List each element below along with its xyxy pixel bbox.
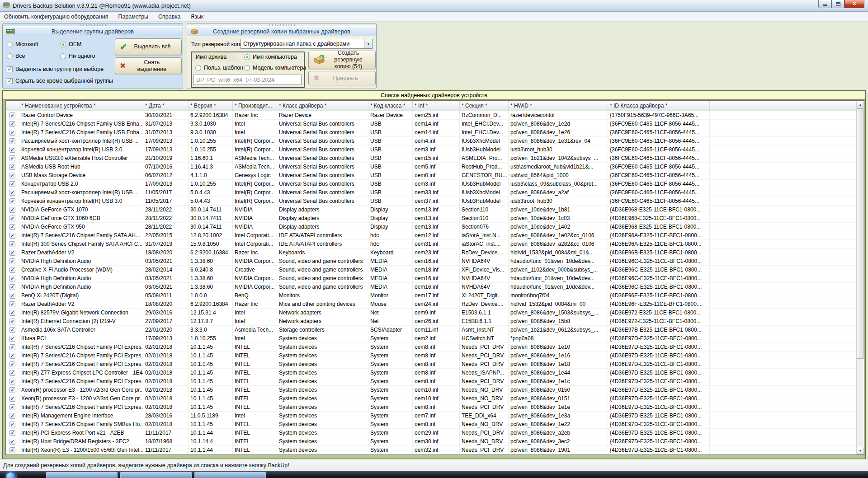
backup-type-select[interactable]: Структурированная папка с драйверами ▼ (241, 39, 373, 49)
row-checkbox[interactable]: ✓ (9, 181, 15, 187)
row-checkbox[interactable]: ✓ (9, 130, 15, 136)
radio-user-template[interactable]: Польз. шаблон (195, 65, 243, 71)
table-row[interactable]: ✓Razer Control Device30/03/20216.2.9200.… (6, 111, 856, 120)
checkbox-hide-others[interactable]: Скрыть все кроме выбранной группы (7, 78, 113, 84)
table-row[interactable]: ✓NVIDIA GeForce GTX 1060 6GB28/11/202230… (6, 214, 856, 223)
menu-item[interactable]: Параметры (118, 14, 148, 20)
header-checkbox-column[interactable] (6, 101, 19, 111)
row-checkbox[interactable]: ✓ (9, 387, 15, 393)
minimize-button[interactable] (818, 0, 831, 8)
row-checkbox[interactable]: ✓ (9, 293, 15, 299)
row-checkbox[interactable]: ✓ (9, 138, 15, 144)
scroll-up-icon[interactable]: ▲ (857, 101, 864, 108)
radio-oem[interactable]: OEM (60, 41, 81, 47)
row-checkbox[interactable]: ✓ (9, 147, 15, 153)
table-row[interactable]: ✓Концентратор USB 2.017/09/20131.0.10.25… (6, 180, 856, 188)
menu-item[interactable]: Язык (190, 14, 203, 20)
row-checkbox[interactable]: ✓ (9, 164, 15, 170)
row-checkbox[interactable]: ✓ (9, 447, 15, 453)
row-checkbox[interactable]: ✓ (9, 267, 15, 273)
row-checkbox[interactable]: ✓ (9, 301, 15, 307)
radio-none[interactable]: Ни одного (60, 53, 95, 59)
table-row[interactable]: ✓Расширяемый хост-контроллер Intel(R) US… (6, 137, 856, 145)
table-row[interactable]: ✓Intel(R) 7 Series/C216 Chipset Family S… (6, 231, 856, 240)
column-header-section[interactable]: * Секция * (460, 101, 509, 111)
row-checkbox[interactable]: ✓ (9, 241, 15, 247)
select-all-button[interactable]: ✔ Выделить всё (115, 38, 182, 55)
table-row[interactable]: ✓Intel(R) 7 Series/C216 Chipset Family U… (6, 128, 856, 137)
table-row[interactable]: ✓Creative X-Fi Audio Processor (WDM)28/0… (6, 266, 856, 274)
table-row[interactable]: ✓Intel(R) 7 Series/C216 Chipset Family P… (6, 351, 856, 360)
maximize-button[interactable] (831, 0, 844, 8)
taskbar-window-button[interactable] (194, 472, 266, 478)
table-row[interactable]: ✓Intel(R) 7 Series/C216 Chipset Family P… (6, 360, 856, 369)
row-checkbox[interactable]: ✓ (9, 422, 15, 427)
column-header-class-code[interactable]: * Код класса * (368, 101, 413, 111)
table-row[interactable]: ✓NVIDIA GeForce GTX 107028/11/202230.0.1… (6, 206, 856, 214)
column-header-class-id[interactable]: * ID Класса драйвера * (608, 101, 710, 111)
column-header-device-name[interactable]: * Наименование устройства * (19, 101, 143, 111)
table-row[interactable]: ✓Intel(R) PCI Express Root Port #21 - A2… (6, 429, 856, 437)
table-row[interactable]: ✓NVIDIA High Definition Audio03/05/20211… (6, 274, 856, 283)
table-row[interactable]: ✓Расширяемый хост-контроллер Intel(R) US… (6, 188, 856, 197)
table-row[interactable]: ✓NVIDIA High Definition Audio03/05/20211… (6, 283, 856, 291)
row-checkbox[interactable]: ✓ (9, 190, 15, 196)
column-header-date[interactable]: * Дата * (143, 101, 189, 111)
titlebar[interactable]: Drivers Backup Solution v.3.9.21 @Romeo9… (0, 0, 868, 12)
radio-all[interactable]: Все (7, 53, 25, 59)
table-row[interactable]: ✓Intel(R) Ethernet Connection (2) I219-V… (6, 317, 856, 326)
row-checkbox[interactable]: ✓ (9, 233, 15, 239)
row-checkbox[interactable]: ✓ (9, 258, 15, 264)
panel-grip[interactable] (80, 24, 106, 26)
table-row[interactable]: ✓Корневой концентратор Intel(R) USB 3.01… (6, 197, 856, 206)
table-row[interactable]: ✓BenQ XL2420T (Digital)05/08/20111.0.0.0… (6, 291, 856, 300)
table-row[interactable]: ✓NVIDIA High Definition Audio03/05/20211… (6, 257, 856, 266)
row-checkbox[interactable]: ✓ (9, 121, 15, 127)
row-checkbox[interactable]: ✓ (9, 310, 15, 316)
panel-grip[interactable] (269, 24, 295, 26)
scrollbar-track[interactable] (857, 108, 864, 447)
row-checkbox[interactable]: ✓ (9, 276, 15, 281)
table-row[interactable]: ✓USB Mass Storage Device06/07/20124.1.1.… (6, 171, 856, 180)
table-row[interactable]: ✓Intel(R) Xeon(R) E3 - 1200/1500 v5/6th … (6, 446, 856, 455)
archive-name-input[interactable] (193, 75, 302, 85)
table-row[interactable]: ✓ASMedia USB Root Hub07/10/20161.16.41.3… (6, 163, 856, 171)
table-row[interactable]: ✓Intel(R) 7 Series/C216 Chipset Family P… (6, 377, 856, 386)
row-checkbox[interactable]: ✓ (9, 353, 15, 359)
row-checkbox[interactable]: ✓ (9, 361, 15, 367)
row-checkbox[interactable]: ✓ (9, 430, 15, 436)
row-checkbox[interactable]: ✓ (9, 404, 15, 410)
scrollbar-thumb[interactable] (857, 108, 864, 359)
table-row[interactable]: ✓NVIDIA GeForce GTX 95028/11/202230.0.14… (6, 223, 856, 231)
checkbox-select-whole-group[interactable]: Выделять всю группу при выборе (7, 66, 104, 72)
abort-button[interactable]: ✖ Прервать (308, 71, 376, 85)
table-row[interactable]: ✓Intel(R) 7 Series/C216 Chipset Family U… (6, 120, 856, 128)
row-checkbox[interactable]: ✓ (9, 224, 15, 230)
row-checkbox[interactable]: ✓ (9, 396, 15, 402)
column-header-hwid[interactable]: * HWID * (509, 101, 608, 111)
row-checkbox[interactable]: ✓ (9, 173, 15, 178)
column-header-version[interactable]: * Версия * (189, 101, 233, 111)
row-checkbox[interactable]: ✓ (9, 198, 15, 204)
scroll-down-icon[interactable]: ▼ (857, 447, 864, 455)
table-row[interactable]: ✓Intel(R) Z77 Express Chipset LPC Contro… (6, 369, 856, 377)
radio-computer-model[interactable]: Модель компьютера (244, 65, 306, 71)
table-row[interactable]: ✓Intel(R) 7 Series/C216 Chipset Family P… (6, 343, 856, 351)
row-checkbox[interactable]: ✓ (9, 112, 15, 118)
row-checkbox[interactable]: ✓ (9, 216, 15, 221)
row-checkbox[interactable]: ✓ (9, 207, 15, 213)
table-row[interactable]: ✓Корневой концентратор Intel(R) USB 3.01… (6, 145, 856, 154)
row-checkbox[interactable]: ✓ (9, 379, 15, 384)
menu-item[interactable]: Справка (158, 14, 180, 20)
row-checkbox[interactable]: ✓ (9, 336, 15, 342)
row-checkbox[interactable]: ✓ (9, 413, 15, 419)
column-header-driver-class[interactable]: * Класс драйвера * (277, 101, 368, 111)
deselect-button[interactable]: ✖ Снять выделение (115, 57, 182, 74)
table-row[interactable]: ✓Шина PCI17/09/20131.0.10.255IntelSystem… (6, 334, 856, 343)
table-row[interactable]: ✓Intel(R) 82579V Gigabit Network Connect… (6, 309, 856, 317)
table-row[interactable]: ✓Intel(R) 7 Series/C216 Chipset Family S… (6, 420, 856, 429)
table-row[interactable]: ✓Razer DeathAdder V218/08/20206.2.9200.1… (6, 248, 856, 257)
table-row[interactable]: ✓ASMedia USB3.0 eXtensible Host Controll… (6, 154, 856, 163)
menu-item[interactable]: Обновить конфигурацию оборудования (4, 14, 108, 20)
row-checkbox[interactable]: ✓ (9, 370, 15, 376)
